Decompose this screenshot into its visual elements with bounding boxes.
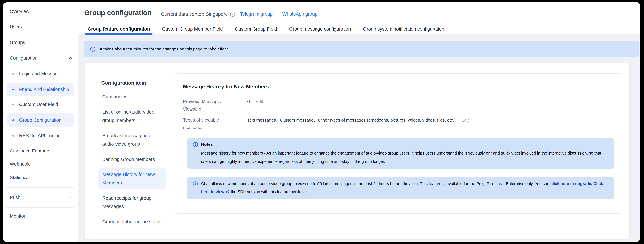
sidebar-item-users[interactable]: Users — [3, 22, 78, 31]
detail-panel: Message History for New Members Previous… — [175, 73, 623, 214]
sidebar-item-statistics[interactable]: Statistics — [3, 173, 78, 182]
edit-viewable-types-button[interactable]: Edit — [461, 116, 469, 124]
tab-group-system-notification-configuration[interactable]: Group system notification configuration — [363, 24, 444, 34]
datacenter-label: Current data center: Singapore — [161, 11, 228, 17]
tip-text-segment — [592, 181, 594, 186]
info-banner: It takes about ten minutes for the chang… — [84, 41, 639, 57]
info-icon[interactable] — [230, 12, 235, 17]
sidebar-item-group-configuration[interactable]: Group Configuration — [7, 113, 74, 127]
config-item-list: Community List of online audio-video gro… — [98, 91, 166, 231]
config-item-broadcast-messaging[interactable]: Broadcast messaging of audio-video group — [98, 129, 166, 150]
header-links: Telegram group WhatsApp group — [240, 11, 318, 17]
sidebar-item-custom-user-field[interactable]: Custom User Field — [7, 100, 74, 109]
whatsapp-group-link[interactable]: WhatsApp group — [282, 11, 318, 17]
tip-text-segment: the SDK version with this feature availa… — [230, 189, 308, 194]
tab-custom-group-field[interactable]: Custom Group Field — [235, 24, 277, 34]
detail-heading: Message History for New Members — [183, 84, 269, 90]
bullet-icon — [12, 89, 14, 90]
bullet-icon — [12, 135, 14, 136]
banner-text: It takes about ten minutes for the chang… — [100, 47, 229, 52]
sidebar-item-advanced-features[interactable]: Advanced Features — [3, 146, 78, 156]
field-label-previous-messages-viewable: Previous Messages Viewable — [183, 98, 225, 113]
sidebar-item-webhook[interactable]: Webhook — [3, 159, 78, 169]
sidebar: Overview Users Groups Configuration Logi… — [3, 2, 78, 242]
field-value: 0 — [247, 98, 250, 105]
info-icon — [193, 142, 198, 147]
config-item-banning-group-members[interactable]: Banning Group Members — [98, 153, 166, 165]
upgrade-tip-box: Chat allows new members of an audio-vide… — [187, 177, 614, 199]
telegram-group-link[interactable]: Telegram group — [240, 11, 273, 17]
info-icon — [193, 181, 198, 186]
sidebar-divider — [6, 207, 74, 208]
config-item-online-av-group-members[interactable]: List of online audio-video group members — [98, 106, 166, 126]
field-row: Text messages、Custom message、Other types… — [247, 116, 469, 124]
tab-group-message-configuration[interactable]: Group message configuration — [289, 24, 351, 34]
page-header: Group configuration Current data center:… — [78, 2, 640, 34]
notes-box: Notes Message history for new members - … — [187, 138, 614, 169]
field-row: 0 Edit — [247, 98, 263, 105]
sidebar-item-groups[interactable]: Groups — [3, 37, 78, 47]
page-title: Group configuration — [84, 9, 152, 17]
upgrade-link[interactable]: click here to upgrade. — [550, 181, 592, 186]
sidebar-item-restful-api-tuning[interactable]: RESTful API Tuning — [7, 131, 74, 140]
tab-custom-group-member-field[interactable]: Custom Group Member Field — [162, 24, 223, 34]
config-item-message-history-new-members[interactable]: Message History for New Members — [98, 168, 166, 189]
sidebar-item-overview[interactable]: Overview — [3, 6, 78, 16]
sidebar-item-monitor[interactable]: Monitor — [3, 211, 78, 221]
sidebar-item-configuration[interactable]: Configuration — [3, 53, 78, 63]
sidebar-item-label: Push — [10, 195, 20, 200]
external-link-icon[interactable] — [226, 190, 230, 194]
bullet-icon — [12, 104, 14, 105]
info-icon — [90, 47, 95, 52]
tip-text: Chat allows new members of an audio-vide… — [201, 180, 608, 196]
chevron-up-icon — [69, 57, 72, 61]
config-item-group-member-online-status[interactable]: Group member online status — [98, 216, 166, 228]
sidebar-item-friend-and-relationship[interactable]: Friend And Relationship — [7, 83, 74, 96]
content-card: Configuration item Community List of onl… — [85, 63, 630, 239]
bullet-icon — [12, 119, 14, 121]
notes-body: Message history for new members - As an … — [201, 149, 606, 166]
tab-group-feature-configuration[interactable]: Group feature configuration — [88, 24, 150, 34]
sidebar-divider — [6, 187, 74, 188]
sidebar-item-label: Configuration — [10, 55, 38, 61]
bullet-icon — [12, 73, 14, 75]
config-item-read-receipts[interactable]: Read receipts for group messages — [98, 192, 166, 213]
tab-bar: Group feature configuration Custom Group… — [88, 24, 444, 34]
chevron-down-icon — [69, 195, 72, 198]
sidebar-item-login-and-message[interactable]: Login and Message — [7, 69, 74, 79]
datacenter-info: Current data center: Singapore — [161, 11, 235, 17]
tip-text-segment: Chat allows new members of an audio-vide… — [201, 181, 550, 186]
app-window: Overview Users Groups Configuration Logi… — [3, 2, 640, 242]
field-value: Text messages、Custom message、Other types… — [247, 116, 456, 124]
notes-title: Notes — [201, 142, 213, 147]
field-label-types-of-viewable-messages: Types of viewable messages — [183, 116, 225, 131]
config-item-community[interactable]: Community — [98, 91, 166, 103]
config-list-heading: Configuration item — [101, 80, 146, 86]
edit-previous-messages-button[interactable]: Edit — [256, 98, 263, 105]
sidebar-item-push[interactable]: Push — [3, 193, 78, 202]
